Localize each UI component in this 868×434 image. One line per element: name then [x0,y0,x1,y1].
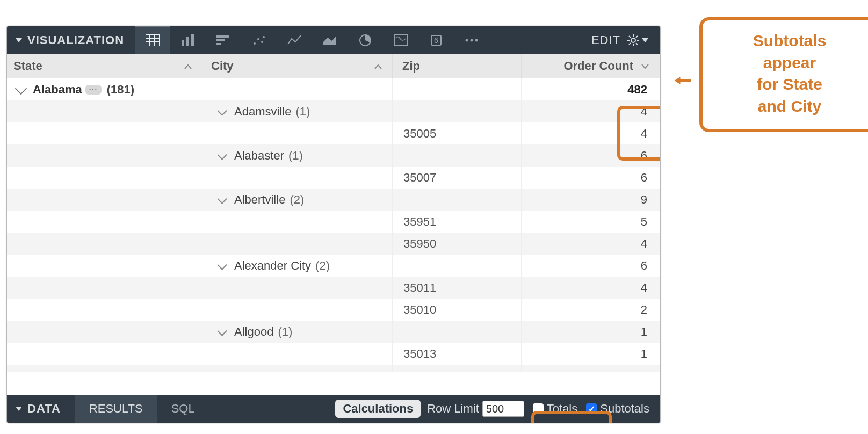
svg-point-20 [466,39,468,42]
svg-rect-6 [186,37,189,46]
totals-checkbox[interactable] [533,403,544,414]
triangle-down-icon [16,407,22,411]
calculations-label: Calculations [343,402,413,415]
visualization-collapse-toggle[interactable]: VISUALIZATION [7,33,135,47]
order-count-value: 2 [522,299,660,321]
viz-type-more[interactable] [454,26,489,54]
totals-checkbox-label: Totals [547,402,577,416]
subtotals-checkbox-wrap[interactable]: Subtotals [586,402,649,416]
svg-rect-10 [216,43,221,45]
city-subtotal-value: 9 [522,189,660,211]
row-limit-input[interactable] [482,401,524,417]
data-collapse-toggle[interactable]: DATA [7,402,75,416]
state-subtotal-row[interactable]: Alabama ⋯ (181) 482 [7,78,660,100]
more-actions-icon[interactable]: ⋯ [85,85,102,95]
svg-point-12 [257,38,259,40]
svg-rect-8 [216,35,229,38]
zip-value: 35013 [393,343,522,365]
table-icon [146,34,160,46]
sql-tab[interactable]: SQL [157,395,209,423]
svg-text:6: 6 [434,36,438,45]
zip-row[interactable]: 35013 1 [7,343,660,365]
row-limit-label: Row Limit [427,402,479,416]
viz-type-scatter[interactable] [241,26,277,54]
empty-row [7,365,660,372]
map-icon [394,34,408,46]
sort-asc-icon [374,59,382,73]
viz-type-line[interactable] [277,26,312,54]
svg-rect-7 [191,34,194,46]
column-header-label: Order Count [563,59,633,73]
city-row-count: (1) [288,149,303,163]
city-subtotal-row[interactable]: Alexander City (2) 6 [7,255,660,277]
city-subtotal-row[interactable]: Albertville (2) 9 [7,189,660,211]
city-row-count: (1) [295,105,310,119]
city-name: Adamsville [234,105,291,119]
column-header-city[interactable]: City [202,54,393,78]
viz-type-table[interactable] [135,26,170,54]
svg-rect-5 [182,40,184,46]
svg-line-28 [629,36,631,38]
column-header-order-count[interactable]: Order Count [522,54,660,78]
viz-type-sorted-bar[interactable] [206,26,241,54]
visualization-label: VISUALIZATION [27,33,124,47]
annotation-callout: Subtotals appear for State and City [699,17,868,132]
viz-type-map[interactable] [383,26,418,54]
callout-line: and City [710,96,868,118]
explore-panel: VISUALIZATION [6,26,661,423]
calculations-button[interactable]: Calculations [335,400,421,418]
visualization-settings-button[interactable] [627,34,660,47]
order-count-value: 1 [522,343,660,365]
city-subtotal-value: 1 [522,321,660,343]
totals-checkbox-wrap[interactable]: Totals [533,402,577,416]
subtotals-checkbox[interactable] [586,403,597,414]
line-chart-icon [287,34,301,46]
city-row-count: (1) [278,325,292,339]
callout-line: appear [710,52,868,74]
chevron-down-icon [217,194,227,204]
zip-row[interactable]: 35005 4 [7,122,660,144]
sql-tab-label: SQL [171,402,195,416]
subtotals-checkbox-label: Subtotals [600,402,649,416]
column-header-label: City [211,59,234,73]
state-row-count: (181) [107,83,134,97]
column-header-label: State [13,59,42,73]
city-row-count: (2) [315,259,330,273]
zip-row[interactable]: 35010 2 [7,299,660,321]
viz-type-pie[interactable] [348,26,383,54]
svg-point-23 [631,38,635,42]
zip-row[interactable]: 35950 4 [7,233,660,255]
state-name: Alabama [33,83,82,97]
sort-desc-icon [641,59,649,73]
order-count-value: 4 [522,122,660,144]
viz-type-bar[interactable] [170,26,206,54]
svg-point-22 [475,39,478,42]
zip-row[interactable]: 35007 6 [7,167,660,189]
callout-arrow-icon [666,75,699,86]
viz-type-area[interactable] [312,26,348,54]
visualization-toolbar: VISUALIZATION [7,26,660,54]
viz-type-single-value[interactable]: 6 [418,26,454,54]
chevron-down-icon [15,82,27,95]
area-chart-icon [323,34,337,46]
more-icon [465,38,479,42]
city-name: Alabaster [234,149,284,163]
bar-chart-icon [181,34,195,46]
edit-visualization-button[interactable]: EDIT [591,33,627,47]
city-subtotal-value: 6 [522,144,660,167]
results-tab[interactable]: RESULTS [75,395,157,423]
zip-row[interactable]: 35011 4 [7,277,660,299]
city-subtotal-row[interactable]: Alabaster (1) 6 [7,144,660,167]
column-header-zip[interactable]: Zip [393,54,522,78]
city-subtotal-row[interactable]: Adamsville (1) 4 [7,100,660,122]
svg-marker-15 [323,36,336,45]
zip-value: 35010 [393,299,522,321]
column-header-state[interactable]: State [7,54,202,78]
svg-line-31 [636,36,638,38]
city-subtotal-row[interactable]: Allgood (1) 1 [7,321,660,343]
data-label: DATA [27,402,61,416]
zip-row[interactable]: 35951 5 [7,211,660,233]
chevron-down-icon [217,260,227,270]
order-count-value: 6 [522,167,660,189]
triangle-down-icon [642,38,648,42]
